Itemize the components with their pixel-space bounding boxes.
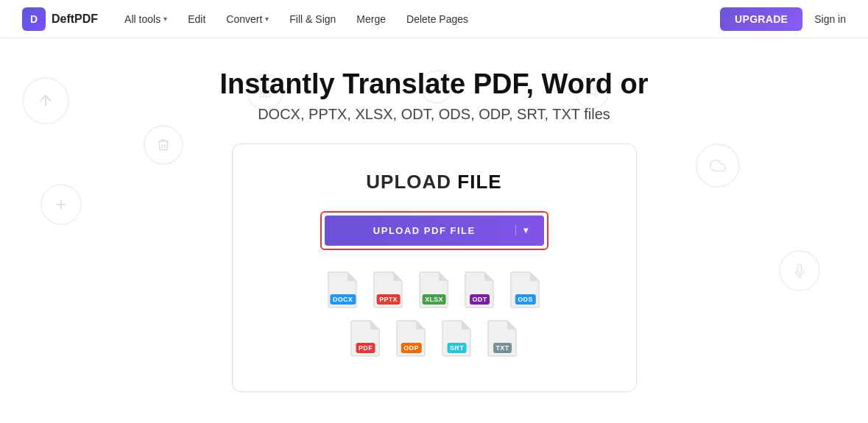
nav-all-tools[interactable]: All tools ▾ <box>124 13 167 25</box>
nav-edit[interactable]: Edit <box>188 13 205 25</box>
file-type-xlsx: XLSX <box>415 271 454 309</box>
main-content: Instantly Translate PDF, Word or DOCX, P… <box>0 38 868 392</box>
logo-icon: D <box>22 7 46 31</box>
page-subtitle: DOCX, PPTX, XLSX, ODT, ODS, ODP, SRT, TX… <box>258 106 610 123</box>
nav-convert[interactable]: Convert ▾ <box>226 13 269 25</box>
nav-right: UPGRADE Sign in <box>720 7 846 31</box>
file-type-odt: ODT <box>461 271 499 309</box>
upgrade-button[interactable]: UPGRADE <box>720 7 802 31</box>
upload-card: UPLOAD FILE UPLOAD PDF FILE ▾ DOCX PPTX <box>232 143 637 392</box>
signin-link[interactable]: Sign in <box>814 13 846 25</box>
file-type-odp: ODP <box>392 319 431 358</box>
nav-merge[interactable]: Merge <box>356 13 386 25</box>
file-type-srt: SRT <box>438 319 476 358</box>
upload-button-label: UPLOAD PDF FILE <box>339 225 510 236</box>
nav-fill-sign[interactable]: Fill & Sign <box>289 13 336 25</box>
page-title: Instantly Translate PDF, Word or <box>219 68 648 102</box>
chevron-down-icon: ▾ <box>265 15 269 23</box>
file-type-ods: ODS <box>507 271 545 309</box>
logo-area[interactable]: D DeftPDF <box>22 7 98 31</box>
nav-delete-pages[interactable]: Delete Pages <box>406 13 468 25</box>
file-types-row-1: DOCX PPTX XLSX ODT <box>324 271 545 309</box>
file-type-txt: TXT <box>484 319 522 358</box>
upload-heading: UPLOAD FILE <box>366 171 501 193</box>
upload-button-wrapper: UPLOAD PDF FILE ▾ <box>320 211 548 250</box>
dropdown-arrow-icon: ▾ <box>515 225 529 235</box>
chevron-down-icon: ▾ <box>163 15 167 23</box>
file-type-docx: DOCX <box>324 271 362 309</box>
brand-name: DeftPDF <box>52 13 98 26</box>
file-types-row-2: PDF ODP SRT TXT <box>347 319 522 358</box>
nav-links: All tools ▾ Edit Convert ▾ Fill & Sign M… <box>124 13 720 25</box>
upload-pdf-button[interactable]: UPLOAD PDF FILE ▾ <box>325 216 544 246</box>
navbar: D DeftPDF All tools ▾ Edit Convert ▾ Fil… <box>0 0 868 38</box>
file-type-pdf: PDF <box>347 319 385 358</box>
file-type-pptx: PPTX <box>370 271 408 309</box>
